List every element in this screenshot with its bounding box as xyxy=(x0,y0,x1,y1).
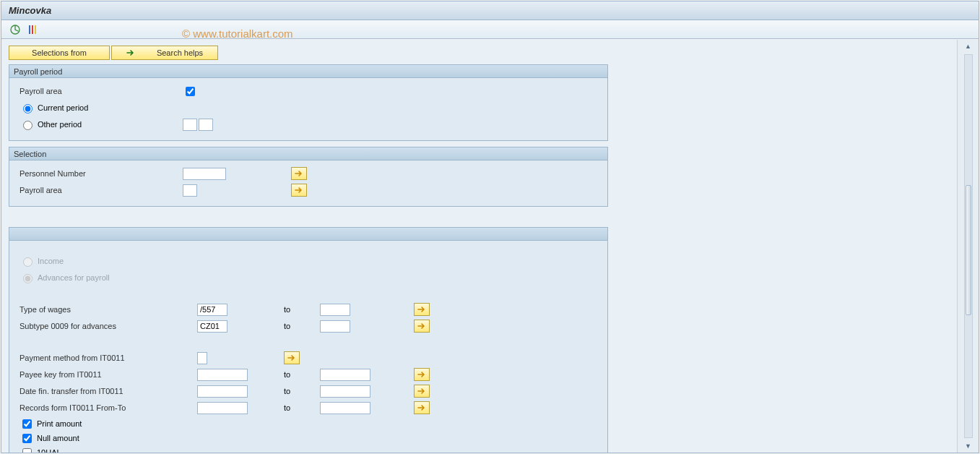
to-label-3: to xyxy=(284,370,290,379)
button-row: Selections from Search helps xyxy=(9,46,950,60)
print-amount-checkbox[interactable] xyxy=(22,419,32,429)
personnel-number-input[interactable] xyxy=(183,168,226,180)
payroll-period-group: Payroll period Payroll area Current peri… xyxy=(9,64,608,141)
execute-icon[interactable] xyxy=(9,23,22,36)
payroll-area-checkbox[interactable] xyxy=(186,87,195,96)
tenhal-checkbox[interactable] xyxy=(22,448,32,453)
svg-rect-2 xyxy=(32,25,33,34)
to-label-1: to xyxy=(284,305,290,314)
personnel-number-label: Personnel Number xyxy=(17,169,183,178)
subtype-multi-select[interactable] xyxy=(414,320,430,333)
income-radio-row: Income xyxy=(17,255,183,267)
null-amount-label: Null amount xyxy=(37,434,79,442)
print-amount-label: Print amount xyxy=(37,419,82,428)
other-period-radio-row[interactable]: Other period xyxy=(17,119,183,130)
payroll-period-title: Payroll period xyxy=(9,65,607,78)
null-amount-checkbox[interactable] xyxy=(22,434,32,443)
type-of-wages-to-input[interactable] xyxy=(320,304,350,316)
current-period-label: Current period xyxy=(38,103,88,112)
advances-radio xyxy=(23,274,32,283)
payee-key-label: Payee key from IT0011 xyxy=(17,370,197,379)
scroll-thumb[interactable] xyxy=(966,185,971,315)
subtype-from-input[interactable] xyxy=(197,320,227,333)
search-helps-label: Search helps xyxy=(157,48,203,57)
arrow-right-icon xyxy=(126,49,135,56)
advances-label: Advances for payroll xyxy=(38,273,110,282)
payee-key-from-input[interactable] xyxy=(197,369,248,381)
svg-rect-1 xyxy=(29,25,30,34)
variant-icon[interactable] xyxy=(26,23,39,36)
selection-payroll-area-input[interactable] xyxy=(183,184,197,197)
search-helps-button[interactable]: Search helps xyxy=(111,46,218,60)
other-period-input-2[interactable] xyxy=(199,119,213,131)
work-area: Selections from Search helps Payroll per… xyxy=(1,40,957,453)
payee-key-to-input[interactable] xyxy=(320,369,370,381)
subtype-label: Subtype 0009 for advances xyxy=(17,322,197,330)
other-period-label: Other period xyxy=(38,120,82,129)
to-label-4: to xyxy=(284,387,290,395)
advances-radio-row: Advances for payroll xyxy=(17,272,183,283)
page-title: Mincovka xyxy=(9,5,51,16)
records-label: Records form IT0011 From-To xyxy=(17,403,197,412)
date-fin-from-input[interactable] xyxy=(197,385,248,398)
income-label: Income xyxy=(38,257,64,265)
options-group-title xyxy=(9,228,607,241)
other-period-radio[interactable] xyxy=(23,121,32,130)
type-of-wages-multi-select[interactable] xyxy=(414,303,430,316)
other-period-input-1[interactable] xyxy=(183,119,197,131)
type-of-wages-from-input[interactable] xyxy=(197,304,227,316)
selections-from-label: Selections from xyxy=(32,48,87,57)
current-period-radio[interactable] xyxy=(23,104,32,113)
income-radio xyxy=(23,257,32,267)
selection-payroll-area-label: Payroll area xyxy=(17,186,183,194)
type-of-wages-label: Type of wages xyxy=(17,305,197,314)
scroll-up-arrow[interactable]: ▲ xyxy=(958,40,979,53)
date-fin-label: Date fin. transfer from IT0011 xyxy=(17,387,197,395)
records-multi-select[interactable] xyxy=(414,401,430,414)
records-from-input[interactable] xyxy=(197,402,248,414)
title-bar: Mincovka xyxy=(1,1,979,20)
scroll-track[interactable] xyxy=(964,54,973,438)
payment-method-input[interactable] xyxy=(197,352,207,364)
selection-title: Selection xyxy=(9,147,607,160)
payment-method-label: Payment method from IT0011 xyxy=(17,354,197,362)
scroll-down-arrow[interactable]: ▼ xyxy=(958,440,979,453)
svg-rect-3 xyxy=(35,25,36,34)
options-group: Income Advances for payroll Type of wage… xyxy=(9,227,608,453)
records-to-input[interactable] xyxy=(320,402,370,414)
app-toolbar xyxy=(1,20,979,39)
date-fin-multi-select[interactable] xyxy=(414,385,430,398)
to-label-2: to xyxy=(284,322,290,330)
tenhal-label: 10HAL xyxy=(37,448,61,453)
selection-group: Selection Personnel Number Payroll area xyxy=(9,147,608,207)
date-fin-to-input[interactable] xyxy=(320,385,370,398)
selections-from-button[interactable]: Selections from xyxy=(9,46,110,60)
current-period-radio-row[interactable]: Current period xyxy=(17,102,183,113)
payment-method-multi-select[interactable] xyxy=(284,351,300,364)
payroll-area-label: Payroll area xyxy=(17,87,183,95)
personnel-number-multi-select[interactable] xyxy=(291,167,307,180)
subtype-to-input[interactable] xyxy=(320,320,350,333)
to-label-5: to xyxy=(284,403,290,412)
selection-payroll-area-multi-select[interactable] xyxy=(291,184,307,197)
vertical-scrollbar[interactable]: ▲ ▼ xyxy=(957,40,979,453)
payee-key-multi-select[interactable] xyxy=(414,368,430,381)
